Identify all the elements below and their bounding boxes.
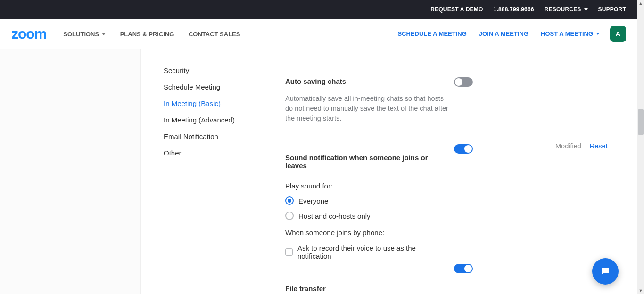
settings-list: Auto saving chats Automatically save all… — [285, 49, 450, 294]
chevron-down-icon — [596, 33, 600, 35]
checkbox-record-voice[interactable]: Ask to record their voice to use as the … — [285, 244, 450, 260]
resources-label: RESOURCES — [545, 6, 581, 13]
vertical-scrollbar[interactable]: ▲ ▼ — [637, 0, 644, 294]
avatar[interactable]: A — [610, 26, 626, 42]
checkbox-label: Ask to record their voice to use as the … — [297, 244, 450, 260]
support-link[interactable]: SUPPORT — [598, 6, 626, 13]
setting-status: Modified Reset — [555, 142, 608, 150]
tab-schedule-meeting[interactable]: Schedule Meeting — [164, 79, 263, 95]
setting-title: Auto saving chats — [285, 77, 450, 85]
radio-everyone[interactable]: Everyone — [285, 196, 450, 205]
top-utility-bar: REQUEST A DEMO 1.888.799.9666 RESOURCES … — [0, 0, 637, 19]
tab-in-meeting-advanced[interactable]: In Meeting (Advanced) — [164, 112, 263, 128]
schedule-meeting-link[interactable]: SCHEDULE A MEETING — [397, 30, 466, 37]
radio-label: Everyone — [298, 197, 328, 205]
tab-email-notification[interactable]: Email Notification — [164, 128, 263, 145]
page-body: Security Schedule Meeting In Meeting (Ba… — [0, 49, 637, 294]
setting-title: Sound notification when someone joins or… — [285, 154, 450, 170]
host-meeting-label: HOST A MEETING — [541, 30, 593, 37]
scroll-down-icon[interactable]: ▼ — [637, 287, 644, 294]
zoom-logo[interactable]: zoom — [11, 26, 46, 42]
radio-icon — [285, 212, 294, 220]
setting-description: Automatically save all in-meeting chats … — [285, 94, 450, 123]
setting-sound-notification: Sound notification when someone joins or… — [285, 154, 450, 260]
radio-icon — [285, 196, 294, 205]
scroll-up-icon[interactable]: ▲ — [637, 0, 644, 7]
checkbox-icon — [285, 248, 293, 256]
chevron-down-icon — [584, 8, 588, 11]
scroll-thumb[interactable] — [638, 109, 644, 135]
settings-content: Security Schedule Meeting In Meeting (Ba… — [141, 49, 637, 294]
main-header: zoom SOLUTIONS PLANS & PRICING CONTACT S… — [0, 19, 637, 49]
host-meeting-menu[interactable]: HOST A MEETING — [541, 30, 600, 37]
setting-auto-saving-chats: Auto saving chats Automatically save all… — [285, 77, 450, 123]
tab-in-meeting-basic[interactable]: In Meeting (Basic) — [164, 95, 263, 112]
toggle-sound-notification[interactable] — [454, 144, 473, 154]
setting-title: File transfer — [285, 285, 450, 293]
toggle-auto-saving-chats[interactable] — [454, 77, 473, 87]
radio-host-cohosts[interactable]: Host and co-hosts only — [285, 212, 450, 220]
modified-label: Modified — [555, 142, 581, 150]
account-sidebar-placeholder — [0, 49, 141, 294]
resources-menu[interactable]: RESOURCES — [545, 6, 588, 13]
play-sound-label: Play sound for: — [285, 182, 450, 190]
reset-link[interactable]: Reset — [590, 142, 608, 150]
setting-file-transfer: File transfer Hosts and participants can… — [285, 285, 450, 294]
solutions-menu[interactable]: SOLUTIONS — [63, 31, 106, 38]
chat-bubble-icon — [600, 266, 611, 277]
tab-other[interactable]: Other — [164, 145, 263, 161]
solutions-label: SOLUTIONS — [63, 31, 99, 38]
header-nav-right: SCHEDULE A MEETING JOIN A MEETING HOST A… — [385, 26, 626, 42]
chevron-down-icon — [102, 33, 106, 35]
tab-security[interactable]: Security — [164, 62, 263, 79]
settings-tabs: Security Schedule Meeting In Meeting (Ba… — [141, 49, 263, 294]
radio-label: Host and co-hosts only — [298, 212, 371, 220]
phone-link[interactable]: 1.888.799.9666 — [494, 6, 534, 13]
phone-join-label: When someone joins by phone: — [285, 229, 450, 237]
chat-fab[interactable] — [592, 258, 619, 285]
join-meeting-link[interactable]: JOIN A MEETING — [479, 30, 528, 37]
request-demo-link[interactable]: REQUEST A DEMO — [430, 6, 483, 13]
toggle-file-transfer[interactable] — [454, 264, 473, 273]
contact-sales-link[interactable]: CONTACT SALES — [189, 31, 240, 38]
header-nav-left: SOLUTIONS PLANS & PRICING CONTACT SALES — [63, 30, 252, 38]
plans-link[interactable]: PLANS & PRICING — [120, 31, 174, 38]
